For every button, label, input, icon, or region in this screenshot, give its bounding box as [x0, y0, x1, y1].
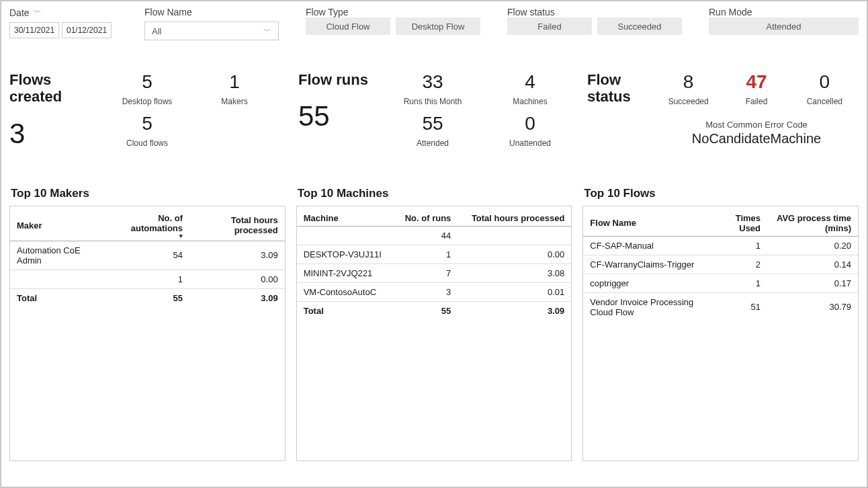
flows-table: Flow Name Times Used AVG process time (m… — [583, 206, 858, 321]
kpi-makers-value: 1 — [229, 71, 240, 93]
flows-col3[interactable]: AVG process time (mins) — [767, 206, 858, 237]
kpi-failed-label: Failed — [746, 97, 768, 106]
table-row[interactable]: MININT-2VJQ221 7 3.08 — [297, 263, 572, 282]
chevron-down-icon: ﹀ — [263, 26, 271, 37]
kpi-desktop-value: 5 — [142, 71, 153, 93]
table-total-row: Total 55 3.09 — [297, 301, 572, 320]
flowtype-cloud-button[interactable]: Cloud Flow — [306, 17, 390, 35]
filter-flowname: Flow Name All ﹀ — [144, 7, 279, 44]
kpi-makers-label: Makers — [221, 97, 247, 106]
card-top-flows: Top 10 Flows Flow Name Times Used AVG pr… — [582, 187, 859, 461]
table-row[interactable]: Vendor Invoice Processing Cloud Flow 51 … — [583, 292, 858, 321]
makers-col3[interactable]: Total hours processed — [189, 206, 285, 241]
kpi-desktop-label: Desktop flows — [122, 97, 173, 106]
kpi-cloud-value: 5 — [142, 113, 153, 134]
kpi-unattended-value: 0 — [525, 113, 535, 134]
kpi-unattended-label: Unattended — [509, 138, 551, 148]
table-row[interactable]: Automation CoE Admin 54 3.09 — [10, 241, 285, 270]
filters-bar: Date ﹀ 30/11/2021 01/12/2021 Flow Name A… — [9, 7, 859, 44]
machines-col2[interactable]: No. of runs — [394, 206, 458, 227]
table-total-row: Total 55 3.09 — [10, 288, 285, 307]
filter-flowtype: Flow Type Cloud Flow Desktop Flow — [306, 7, 480, 44]
card-top-machines: Top 10 Machines Machine No. of runs Tota… — [296, 187, 572, 461]
kpi-cancelled-label: Cancelled — [807, 97, 842, 106]
makers-table: Maker No. of automations▾ Total hours pr… — [10, 206, 285, 307]
kpi-attended-label: Attended — [417, 138, 449, 148]
sort-desc-icon: ▾ — [110, 235, 183, 238]
machines-title: Top 10 Machines — [298, 187, 572, 200]
kpi-machines-label: Machines — [513, 97, 547, 106]
kpi-cloud-label: Cloud flows — [126, 138, 168, 148]
machines-col1[interactable]: Machine — [297, 206, 394, 227]
flowname-label: Flow Name — [144, 7, 279, 17]
flowtype-label: Flow Type — [306, 7, 480, 17]
table-row[interactable]: VM-ContosoAutoC 3 0.01 — [297, 282, 572, 301]
kpi-failed-value: 47 — [746, 71, 767, 93]
filter-runmode: Run Mode Attended — [709, 7, 859, 44]
date-start-input[interactable]: 30/11/2021 — [9, 22, 59, 38]
table-row[interactable]: 44 — [297, 226, 572, 245]
kpi-month-value: 33 — [422, 71, 443, 93]
table-row[interactable]: DESKTOP-V3UJ11I 1 0.00 — [297, 245, 572, 263]
kpi-fs-label: Flow status — [587, 71, 654, 106]
table-row[interactable]: CF-WarranyClaims-Trigger 2 0.14 — [583, 255, 858, 274]
kpi-flow-status: Flow status 8 Succeeded 47 Failed 0 Canc… — [587, 71, 859, 150]
tables-row: Top 10 Makers Maker No. of automations▾ … — [9, 187, 859, 461]
kpi-fr-label: Flow runs — [298, 71, 379, 88]
machines-table: Machine No. of runs Total hours processe… — [297, 206, 572, 320]
runmode-label: Run Mode — [709, 7, 859, 17]
kpi-flow-runs: Flow runs 55 33 Runs this Month 55 Atten… — [298, 71, 574, 150]
chevron-down-icon[interactable]: ﹀ — [34, 7, 42, 18]
date-label: Date — [9, 7, 30, 18]
kpi-month-label: Runs this Month — [404, 97, 462, 106]
kpi-attended-value: 55 — [422, 113, 443, 134]
makers-col1[interactable]: Maker — [10, 206, 103, 241]
table-row[interactable]: CF-SAP-Manual 1 0.20 — [583, 236, 858, 255]
kpi-row: Flows created 3 5 Desktop flows 5 Cloud … — [9, 71, 859, 150]
kpi-fc-label: Flows created — [9, 71, 103, 106]
flowstatus-label: Flow status — [507, 7, 682, 17]
kpi-err-code: NoCandidateMachine — [654, 131, 859, 147]
makers-col2[interactable]: No. of automations▾ — [103, 206, 189, 241]
kpi-fr-value: 55 — [298, 100, 379, 132]
flowstatus-failed-button[interactable]: Failed — [507, 17, 592, 35]
kpi-fc-value: 3 — [9, 118, 103, 150]
flowname-value: All — [152, 26, 161, 36]
date-end-input[interactable]: 01/12/2021 — [62, 22, 112, 38]
filter-date: Date ﹀ 30/11/2021 01/12/2021 — [9, 7, 134, 44]
filter-flowstatus: Flow status Failed Succeeded — [507, 7, 682, 44]
flows-title: Top 10 Flows — [584, 187, 859, 200]
makers-title: Top 10 Makers — [11, 187, 286, 200]
flowtype-desktop-button[interactable]: Desktop Flow — [396, 17, 480, 35]
card-top-makers: Top 10 Makers Maker No. of automations▾ … — [9, 187, 286, 461]
kpi-cancelled-value: 0 — [820, 71, 830, 93]
kpi-flows-created: Flows created 3 5 Desktop flows 5 Cloud … — [9, 71, 278, 150]
flowstatus-succeeded-button[interactable]: Succeeded — [597, 17, 682, 35]
machines-col3[interactable]: Total hours processed — [458, 206, 571, 227]
kpi-machines-value: 4 — [525, 71, 535, 93]
flowname-dropdown[interactable]: All ﹀ — [144, 22, 279, 40]
kpi-succeeded-value: 8 — [683, 71, 694, 93]
table-row[interactable]: 1 0.00 — [10, 270, 285, 288]
kpi-succeeded-label: Succeeded — [668, 97, 709, 106]
table-row[interactable]: coptrigger 1 0.17 — [583, 274, 858, 292]
kpi-err-caption: Most Common Error Code — [654, 120, 859, 130]
flows-col1[interactable]: Flow Name — [583, 206, 713, 237]
flows-col2[interactable]: Times Used — [714, 206, 768, 237]
runmode-attended-button[interactable]: Attended — [709, 17, 859, 35]
